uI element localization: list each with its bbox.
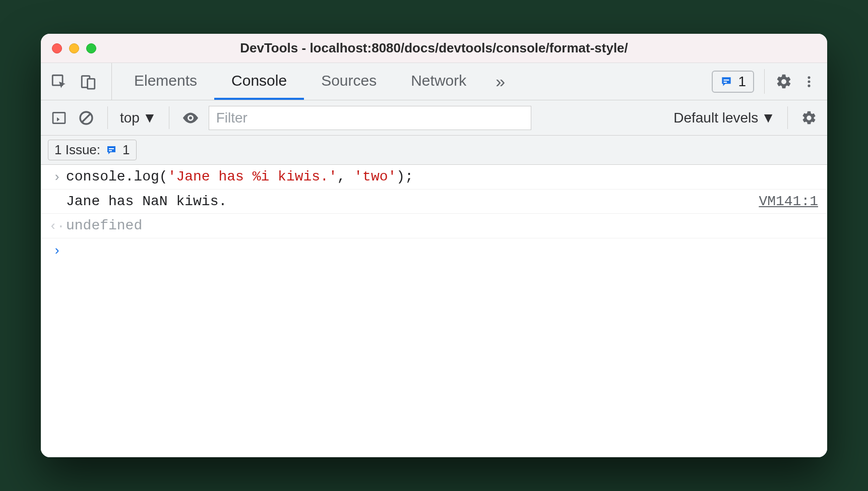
console-toolbar: top ▼ Default levels ▼ xyxy=(41,100,827,136)
log-levels-selector[interactable]: Default levels ▼ xyxy=(673,110,775,126)
message-icon xyxy=(720,75,733,88)
input-marker-icon: › xyxy=(48,169,66,185)
console-input-row: › console.log('Jane has %i kiwis.', 'two… xyxy=(41,165,827,190)
issues-chip-count: 1 xyxy=(122,142,130,158)
svg-point-11 xyxy=(189,116,192,119)
filter-input[interactable] xyxy=(209,106,531,130)
issues-chip-label: 1 Issue: xyxy=(54,142,100,158)
svg-rect-13 xyxy=(109,150,112,151)
console-input-code[interactable]: console.log('Jane has %i kiwis.', 'two')… xyxy=(66,169,818,185)
svg-rect-2 xyxy=(88,79,95,89)
prompt-marker-icon: › xyxy=(48,242,66,259)
console-return-row: ‹· undefined xyxy=(41,214,827,238)
titlebar: DevTools - localhost:8080/docs/devtools/… xyxy=(41,34,827,63)
live-expression-icon[interactable] xyxy=(181,109,200,127)
settings-icon[interactable] xyxy=(775,73,793,91)
svg-point-5 xyxy=(808,76,810,79)
tab-label: Elements xyxy=(134,72,197,89)
svg-point-6 xyxy=(808,80,810,83)
svg-rect-3 xyxy=(724,79,729,80)
code-token: , xyxy=(337,169,354,185)
return-marker-icon: ‹· xyxy=(48,218,66,234)
output-marker xyxy=(48,194,66,195)
tab-label: Console xyxy=(231,72,287,89)
tab-elements[interactable]: Elements xyxy=(117,63,214,100)
inspect-element-icon[interactable] xyxy=(50,73,68,91)
console-output-text: Jane has NaN kiwis. xyxy=(66,194,749,209)
svg-line-10 xyxy=(82,114,90,122)
source-link[interactable]: VM141:1 xyxy=(749,194,818,209)
svg-rect-8 xyxy=(53,112,65,123)
window-controls xyxy=(52,43,96,53)
issues-count: 1 xyxy=(738,74,746,90)
console-output-row: Jane has NaN kiwis. VM141:1 xyxy=(41,190,827,214)
chevron-double-right-icon: » xyxy=(495,72,505,91)
devtools-window: DevTools - localhost:8080/docs/devtools/… xyxy=(41,34,827,457)
tab-sources[interactable]: Sources xyxy=(304,63,394,100)
issues-bar: 1 Issue: 1 xyxy=(41,136,827,165)
tab-console[interactable]: Console xyxy=(214,63,304,100)
code-string: 'two' xyxy=(354,169,396,185)
more-tabs-button[interactable]: » xyxy=(483,63,517,100)
console-body: › console.log('Jane has %i kiwis.', 'two… xyxy=(41,165,827,457)
code-token: console.log( xyxy=(66,169,168,185)
tab-label: Sources xyxy=(321,72,377,89)
close-window-button[interactable] xyxy=(52,43,62,53)
window-title: DevTools - localhost:8080/docs/devtools/… xyxy=(41,40,827,56)
maximize-window-button[interactable] xyxy=(86,43,96,53)
context-label: top xyxy=(120,110,140,126)
issues-badge[interactable]: 1 xyxy=(712,71,754,93)
svg-rect-12 xyxy=(109,148,114,149)
tab-network[interactable]: Network xyxy=(394,63,483,100)
clear-console-icon[interactable] xyxy=(77,109,95,127)
issues-chip[interactable]: 1 Issue: 1 xyxy=(48,140,137,160)
minimize-window-button[interactable] xyxy=(69,43,79,53)
console-sidebar-toggle-icon[interactable] xyxy=(50,109,68,127)
tab-label: Network xyxy=(411,72,466,89)
panel-tabs: Elements Console Sources Network xyxy=(117,63,483,100)
kebab-menu-icon[interactable] xyxy=(800,73,818,91)
device-toolbar-icon[interactable] xyxy=(79,73,97,91)
context-selector[interactable]: top ▼ xyxy=(120,110,157,126)
console-prompt-row[interactable]: › xyxy=(41,238,827,263)
svg-point-7 xyxy=(808,84,810,87)
message-icon xyxy=(105,144,117,156)
main-tabbar: Elements Console Sources Network » 1 xyxy=(41,63,827,100)
levels-label: Default levels xyxy=(673,110,758,126)
chevron-down-icon: ▼ xyxy=(761,110,775,126)
console-settings-icon[interactable] xyxy=(800,109,818,127)
svg-rect-4 xyxy=(724,82,727,83)
console-return-value: undefined xyxy=(66,218,818,233)
chevron-down-icon: ▼ xyxy=(143,110,157,126)
code-token: ); xyxy=(396,169,413,185)
code-string: 'Jane has %i kiwis.' xyxy=(168,169,337,185)
